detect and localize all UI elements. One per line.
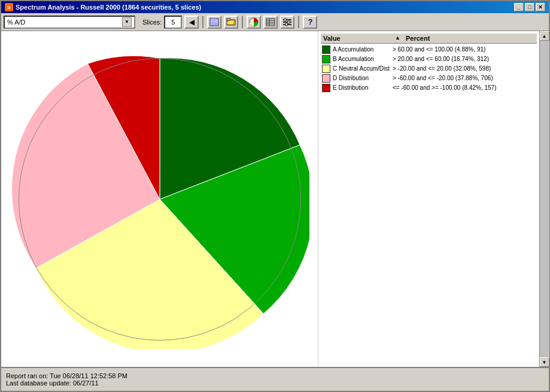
maximize-button[interactable]: □ bbox=[525, 3, 534, 11]
pie-chart-button[interactable] bbox=[247, 16, 261, 29]
app-icon: S bbox=[5, 3, 13, 11]
window-title: Spectrum Analysis - Russell 2000 (1864 s… bbox=[16, 4, 201, 11]
svg-rect-2 bbox=[211, 22, 217, 25]
scrollbar: ▲ ▼ bbox=[539, 31, 549, 367]
legend-item-d: D Distribution > -60.00 and <= -20.00 (3… bbox=[321, 74, 537, 83]
table-view-button[interactable] bbox=[263, 16, 278, 29]
title-bar: S Spectrum Analysis - Russell 2000 (1864… bbox=[1, 1, 549, 13]
pie-chart bbox=[10, 50, 309, 349]
legend-label-3: D Distribution bbox=[333, 74, 393, 83]
minimize-button[interactable]: _ bbox=[514, 3, 524, 11]
toolbar-separator-2 bbox=[242, 16, 243, 28]
svg-rect-16 bbox=[285, 23, 287, 26]
legend-label-4: E Distribution bbox=[333, 84, 393, 92]
table-icon bbox=[266, 18, 275, 26]
status-bar: Report ran on: Tue 06/28/11 12:52:58 PM … bbox=[1, 367, 549, 391]
toolbar-separator-1 bbox=[202, 16, 203, 28]
report-ran-text: Report ran on: Tue 06/28/11 12:52:58 PM bbox=[6, 372, 544, 379]
settings-button[interactable] bbox=[280, 16, 294, 29]
legend-color-4 bbox=[322, 84, 330, 92]
sort-icon[interactable]: ▲ bbox=[395, 35, 403, 42]
legend-header: Value ▲ Percent bbox=[321, 34, 537, 44]
settings-icon bbox=[282, 18, 292, 26]
legend-item-e: E Distribution <= -60.00 and >= -100.00 … bbox=[321, 83, 537, 93]
save-button[interactable] bbox=[207, 16, 221, 29]
open-button[interactable] bbox=[224, 16, 238, 29]
close-button[interactable]: ✕ bbox=[536, 3, 545, 11]
folder-icon bbox=[226, 18, 236, 26]
legend-color-1 bbox=[322, 55, 330, 63]
scroll-down-button[interactable]: ▼ bbox=[540, 357, 549, 367]
legend-label-0: A Accumulation bbox=[333, 45, 393, 54]
legend-item-c: C Neutral Accum/Dist > -20.00 and <= 20.… bbox=[321, 64, 537, 74]
last-update-text: Last database update: 06/27/11 bbox=[6, 379, 544, 387]
legend-items-container: A Accumulation > 60.00 and <= 100.00 (4.… bbox=[321, 45, 537, 93]
legend-panel: Value ▲ Percent A Accumulation > 60.00 a… bbox=[318, 31, 539, 367]
legend-label-2: C Neutral Accum/Dist bbox=[333, 65, 393, 73]
slices-input[interactable] bbox=[164, 16, 182, 29]
chart-area bbox=[1, 31, 318, 367]
decrease-slices-button[interactable]: ◀ bbox=[184, 16, 199, 29]
svg-rect-4 bbox=[227, 19, 230, 20]
legend-value-1: > 20.00 and <= 60.00 (16.74%, 312) bbox=[393, 55, 536, 63]
legend-value-4: <= -60.00 and >= -100.00 (8.42%, 157) bbox=[393, 84, 536, 92]
title-bar-left: S Spectrum Analysis - Russell 2000 (1864… bbox=[5, 3, 201, 11]
metric-dropdown[interactable]: % A/D ▼ bbox=[4, 16, 135, 29]
toolbar: % A/D ▼ Slices: ◀ bbox=[1, 13, 549, 31]
legend-item-b: B Accumulation > 20.00 and <= 60.00 (16.… bbox=[321, 54, 537, 64]
help-button[interactable]: ? bbox=[303, 16, 317, 29]
legend-item-a: A Accumulation > 60.00 and <= 100.00 (4.… bbox=[321, 45, 537, 54]
svg-rect-12 bbox=[283, 22, 291, 23]
svg-rect-15 bbox=[288, 21, 290, 23]
dropdown-arrow-icon[interactable]: ▼ bbox=[122, 17, 132, 27]
main-content: Value ▲ Percent A Accumulation > 60.00 a… bbox=[1, 31, 549, 367]
legend-header-value: Value bbox=[323, 35, 395, 42]
svg-rect-14 bbox=[284, 19, 286, 21]
legend-value-0: > 60.00 and <= 100.00 (4.88%, 91) bbox=[393, 45, 536, 54]
save-icon bbox=[209, 18, 219, 26]
pie-chart-icon bbox=[249, 17, 259, 27]
dropdown-value: % A/D bbox=[7, 19, 26, 26]
legend-value-3: > -60.00 and <= -20.00 (37.88%, 706) bbox=[393, 74, 536, 83]
legend-color-2 bbox=[322, 65, 330, 73]
main-window: S Spectrum Analysis - Russell 2000 (1864… bbox=[0, 0, 550, 392]
scroll-up-button[interactable]: ▲ bbox=[540, 31, 549, 41]
legend-color-0 bbox=[322, 45, 330, 54]
toolbar-separator-3 bbox=[298, 16, 299, 28]
legend-header-percent: Percent bbox=[406, 35, 534, 42]
svg-rect-1 bbox=[212, 19, 215, 21]
scroll-track[interactable] bbox=[540, 41, 549, 357]
legend-label-1: B Accumulation bbox=[333, 55, 393, 63]
legend-value-2: > -20.00 and <= 20.00 (32.08%, 598) bbox=[393, 65, 536, 73]
title-controls[interactable]: _ □ ✕ bbox=[514, 3, 545, 11]
slices-label: Slices: bbox=[142, 19, 162, 26]
legend-color-3 bbox=[322, 74, 330, 83]
